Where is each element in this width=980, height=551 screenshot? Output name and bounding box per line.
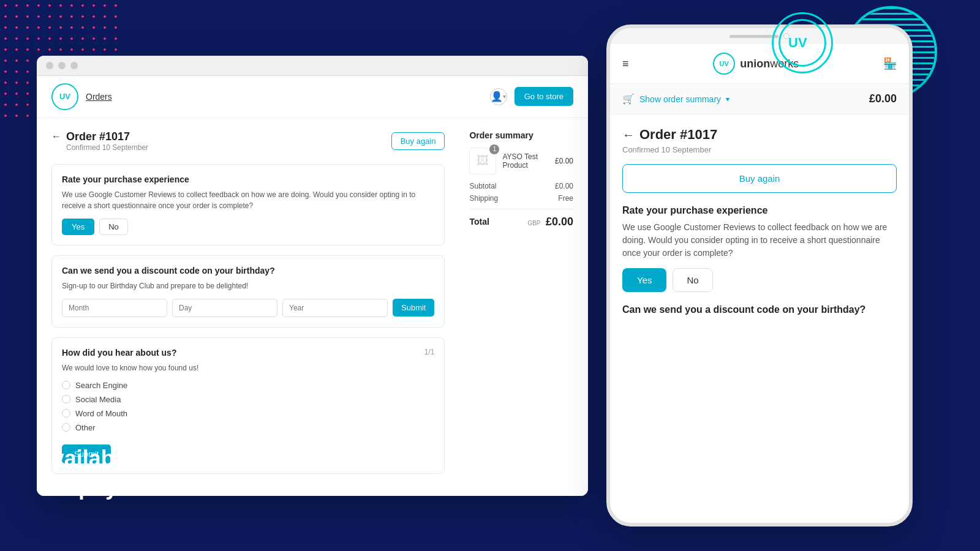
subtotal-value: £0.00 [555, 182, 573, 190]
mobile-header: ≡ UV unionworks 🏪 [610, 44, 909, 84]
mobile-birthday-section: Can we send you a discount code on your … [622, 304, 897, 315]
purchase-experience-title: Rate your purchase experience [62, 174, 434, 184]
radio-word-of-mouth[interactable]: Word of Mouth [62, 409, 434, 418]
product-price: £0.00 [555, 157, 573, 165]
radio-social-media[interactable]: Social Media [62, 395, 434, 404]
order-title-row: ← Order #1017 [51, 130, 148, 143]
radio-options: Search Engine Social Media Word of Mouth [62, 381, 434, 432]
desktop-browser-mockup: UV Orders 👤 ▾ Go to store [37, 56, 588, 496]
logo-circle: UV [51, 83, 78, 110]
go-to-store-button[interactable]: Go to store [514, 87, 573, 106]
radio-circle [62, 409, 70, 418]
tagline-line2: Shopify Extensible Checkout! [37, 473, 348, 502]
header-right: 👤 ▾ Go to store [490, 87, 573, 106]
mobile-birthday-title: Can we send you a discount code on your … [622, 304, 897, 315]
mobile-no-button[interactable]: No [673, 268, 712, 292]
total-currency: GBP [527, 220, 540, 227]
no-button[interactable]: No [99, 219, 128, 235]
show-order-summary-label: Show order summary [639, 94, 721, 104]
mobile-order-number: Order #1017 [639, 127, 717, 143]
radio-circle [62, 395, 70, 403]
purchase-experience-section: Rate your purchase experience We use Goo… [51, 164, 445, 246]
birthday-submit-button[interactable]: Submit [393, 299, 434, 317]
browser-content: UV Orders 👤 ▾ Go to store [37, 76, 588, 496]
shipping-label: Shipping [469, 194, 498, 203]
mobile-content: ← Order #1017 Confirmed 10 September Buy… [610, 114, 909, 523]
order-summary-title: Order summary [469, 130, 573, 140]
browser-bar [37, 56, 588, 76]
mobile-summary-bar: 🛒 Show order summary ▾ £0.00 [610, 84, 909, 114]
desktop-right-column: Order summary 1 🖼 AYSO Test Product £0.0… [469, 130, 573, 484]
bottom-tagline: Available on the new Shopify Extensible … [37, 444, 348, 502]
mobile-order-date: Confirmed 10 September [622, 145, 897, 154]
radio-circle [62, 423, 70, 432]
browser-dot-red [46, 62, 53, 69]
how-heard-header: How did you hear about us? 1/1 [62, 348, 434, 362]
subtotal-label: Subtotal [469, 182, 496, 190]
total-label: Total [469, 217, 489, 227]
order-header: ← Order #1017 Confirmed 10 September Buy… [51, 130, 445, 152]
mobile-buy-again-button[interactable]: Buy again [622, 164, 897, 193]
desktop-header: UV Orders 👤 ▾ Go to store [37, 76, 588, 118]
svg-text:UV: UV [788, 35, 807, 50]
pagination: 1/1 [424, 348, 435, 356]
mobile-pill [729, 35, 778, 38]
mobile-yes-no-row: Yes No [622, 268, 897, 292]
mobile-purchase-desc: We use Google Customer Reviews to collec… [622, 221, 897, 260]
day-input[interactable] [172, 299, 277, 317]
mobile-top-bar [610, 28, 909, 44]
radio-circle [62, 381, 70, 389]
mobile-yes-button[interactable]: Yes [622, 268, 666, 292]
total-amount: £0.00 [546, 216, 573, 228]
product-image: 1 🖼 [469, 148, 496, 174]
mobile-purchase-title: Rate your purchase experience [622, 205, 897, 216]
how-heard-title: How did you hear about us? [62, 348, 176, 358]
mobile-logo-circle: UV [713, 53, 735, 75]
total-amount-group: GBP £0.00 [527, 216, 573, 228]
product-quantity-badge: 1 [489, 144, 499, 154]
browser-dot-green [70, 62, 78, 69]
product-name: AYSO Test Product [502, 152, 549, 170]
summary-divider [469, 209, 573, 209]
browser-dot-yellow [58, 62, 66, 69]
how-heard-desc: We would love to know how you found us! [62, 362, 434, 373]
mobile-order-header: ← Order #1017 Confirmed 10 September [622, 127, 897, 154]
order-number: Order #1017 [66, 130, 130, 143]
desktop-order-area: ← Order #1017 Confirmed 10 September Buy… [37, 118, 588, 496]
birthday-row: Submit [62, 299, 434, 317]
birthday-title: Can we send you a discount code on your … [62, 266, 434, 276]
top-right-logo: UV [772, 12, 833, 73]
year-input[interactable] [282, 299, 388, 317]
desktop-left-column: ← Order #1017 Confirmed 10 September Buy… [51, 130, 445, 484]
order-title: ← Order #1017 Confirmed 10 September [51, 130, 148, 152]
mobile-back-arrow[interactable]: ← [622, 128, 635, 142]
shipping-value: Free [558, 194, 573, 203]
purchase-experience-desc: We use Google Customer Reviews to collec… [62, 189, 434, 211]
tagline-line1: Available on the new [37, 444, 348, 473]
desktop-logo: UV Orders [51, 83, 112, 110]
show-order-summary-button[interactable]: 🛒 Show order summary ▾ [622, 93, 729, 105]
mobile-purchase-experience-section: Rate your purchase experience We use Goo… [622, 205, 897, 292]
mobile-store-icon[interactable]: 🏪 [883, 57, 897, 70]
user-icon[interactable]: 👤 ▾ [490, 88, 507, 105]
chevron-down-icon: ▾ [726, 95, 729, 103]
radio-other[interactable]: Other [62, 423, 434, 432]
product-row: 1 🖼 AYSO Test Product £0.00 [469, 148, 573, 174]
subtotal-row: Subtotal £0.00 [469, 182, 573, 190]
yes-no-row: Yes No [62, 219, 434, 235]
shipping-row: Shipping Free [469, 194, 573, 203]
mobile-menu-icon[interactable]: ≡ [622, 58, 629, 70]
birthday-desc: Sign-up to our Birthday Club and prepare… [62, 280, 434, 291]
radio-search-engine[interactable]: Search Engine [62, 381, 434, 390]
yes-button[interactable]: Yes [62, 219, 94, 235]
total-row: Total GBP £0.00 [469, 216, 573, 228]
mobile-summary-amount: £0.00 [869, 92, 897, 105]
cart-icon: 🛒 [622, 93, 635, 105]
month-input[interactable] [62, 299, 167, 317]
order-confirmed-date: Confirmed 10 September [66, 143, 148, 152]
back-arrow-icon[interactable]: ← [51, 131, 61, 142]
orders-nav-link[interactable]: Orders [86, 92, 112, 102]
buy-again-button[interactable]: Buy again [391, 132, 445, 150]
birthday-section: Can we send you a discount code on your … [51, 255, 445, 328]
mobile-mockup: ≡ UV unionworks 🏪 🛒 Show order summary ▾… [606, 24, 913, 527]
